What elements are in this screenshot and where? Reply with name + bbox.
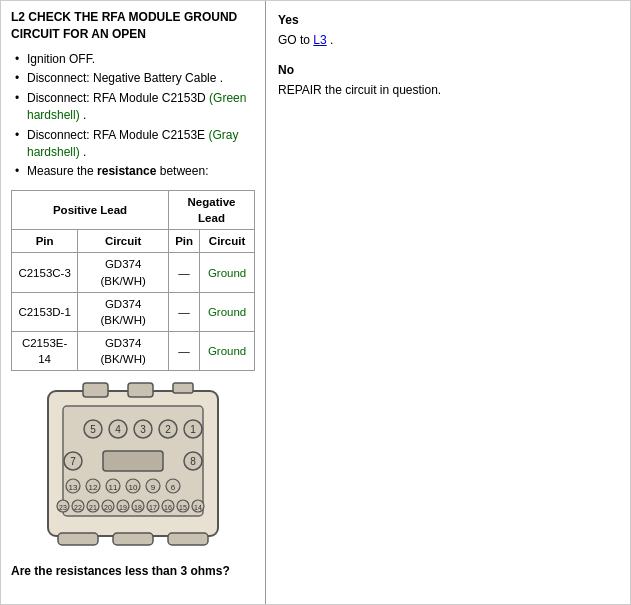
right-panel: Yes GO to L3 . No REPAIR the circuit in …	[266, 1, 630, 604]
left-panel: L2 CHECK THE RFA MODULE GROUND CIRCUIT F…	[1, 1, 266, 604]
svg-text:1: 1	[190, 424, 196, 435]
l3-link[interactable]: L3	[313, 33, 326, 47]
svg-text:17: 17	[149, 504, 157, 511]
svg-rect-52	[58, 533, 98, 545]
svg-text:22: 22	[74, 504, 82, 511]
svg-text:2: 2	[165, 424, 171, 435]
yes-action: GO to L3 .	[278, 31, 618, 49]
svg-text:21: 21	[89, 504, 97, 511]
yes-label: Yes	[278, 13, 618, 27]
svg-text:5: 5	[90, 424, 96, 435]
table-row: C2153D-1GD374 (BK/WH)—Ground	[12, 292, 255, 331]
pos-pin-header: Pin	[12, 230, 78, 253]
table-row: C2153E-14GD374 (BK/WH)—Ground	[12, 331, 255, 370]
neg-circuit-cell: Ground	[200, 331, 255, 370]
neg-pin-cell: —	[169, 331, 200, 370]
svg-text:15: 15	[179, 504, 187, 511]
step-list: Ignition OFF. Disconnect: Negative Batte…	[11, 51, 255, 181]
svg-text:18: 18	[134, 504, 142, 511]
step-5: Measure the resistance between:	[15, 163, 255, 180]
bottom-question: Are the resistances less than 3 ohms?	[11, 564, 255, 578]
no-action: REPAIR the circuit in question.	[278, 81, 618, 99]
svg-rect-17	[103, 451, 163, 471]
svg-text:7: 7	[70, 456, 76, 467]
pos-pin-cell: C2153C-3	[12, 253, 78, 292]
no-label: No	[278, 63, 618, 77]
step-3: Disconnect: RFA Module C2153D (Green har…	[15, 90, 255, 124]
svg-text:10: 10	[129, 483, 138, 492]
yes-no-section: Yes GO to L3 . No REPAIR the circuit in …	[278, 13, 618, 99]
table-row: C2153C-3GD374 (BK/WH)—Ground	[12, 253, 255, 292]
svg-text:4: 4	[115, 424, 121, 435]
neg-pin-header: Pin	[169, 230, 200, 253]
step-2: Disconnect: Negative Battery Cable .	[15, 70, 255, 87]
svg-rect-3	[173, 383, 193, 393]
svg-text:6: 6	[171, 483, 176, 492]
svg-text:11: 11	[109, 483, 118, 492]
positive-lead-header: Positive Lead	[12, 191, 169, 230]
svg-text:20: 20	[104, 504, 112, 511]
section-title: L2 CHECK THE RFA MODULE GROUND CIRCUIT F…	[11, 9, 255, 43]
step-4: Disconnect: RFA Module C2153E (Gray hard…	[15, 127, 255, 161]
negative-lead-header: Negative Lead	[169, 191, 255, 230]
svg-rect-2	[128, 383, 153, 397]
neg-circuit-cell: Ground	[200, 292, 255, 331]
svg-text:8: 8	[190, 456, 196, 467]
svg-text:14: 14	[194, 504, 202, 511]
step-1: Ignition OFF.	[15, 51, 255, 68]
neg-circuit-header: Circuit	[200, 230, 255, 253]
resistance-table: Positive Lead Negative Lead Pin Circuit …	[11, 190, 255, 371]
connector-diagram: 5 4 3 2 1 7 8	[38, 381, 228, 554]
connector-svg: 5 4 3 2 1 7 8	[38, 381, 228, 551]
svg-text:3: 3	[140, 424, 146, 435]
neg-pin-cell: —	[169, 292, 200, 331]
pos-circuit-header: Circuit	[78, 230, 169, 253]
svg-text:9: 9	[151, 483, 156, 492]
svg-text:12: 12	[89, 483, 98, 492]
svg-rect-53	[113, 533, 153, 545]
neg-pin-cell: —	[169, 253, 200, 292]
pos-pin-cell: C2153D-1	[12, 292, 78, 331]
pos-circuit-cell: GD374 (BK/WH)	[78, 253, 169, 292]
svg-text:13: 13	[69, 483, 78, 492]
svg-rect-54	[168, 533, 208, 545]
svg-text:23: 23	[59, 504, 67, 511]
pos-circuit-cell: GD374 (BK/WH)	[78, 292, 169, 331]
svg-text:16: 16	[164, 504, 172, 511]
pos-circuit-cell: GD374 (BK/WH)	[78, 331, 169, 370]
pos-pin-cell: C2153E-14	[12, 331, 78, 370]
neg-circuit-cell: Ground	[200, 253, 255, 292]
svg-text:19: 19	[119, 504, 127, 511]
svg-rect-1	[83, 383, 108, 397]
